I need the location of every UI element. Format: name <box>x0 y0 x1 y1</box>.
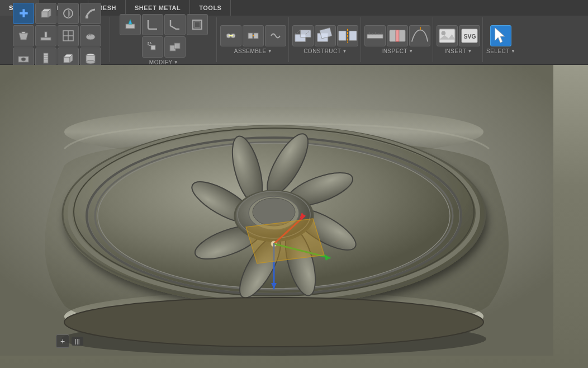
construct-arrow: ▼ <box>342 49 347 54</box>
svg-line-43 <box>295 30 300 35</box>
inspect-arrow: ▼ <box>409 49 413 54</box>
as-built-joint-button[interactable] <box>243 25 264 46</box>
chamfer-button[interactable] <box>164 14 186 35</box>
svg-rect-48 <box>349 31 357 40</box>
toolbar-group-insert: SVG INSERT ▼ <box>434 17 483 62</box>
press-pull-button[interactable] <box>120 14 141 35</box>
modify-arrow: ▼ <box>174 60 178 65</box>
revolve-button[interactable] <box>58 3 79 24</box>
canvas-area[interactable]: + ||| <box>0 65 588 368</box>
svg-rect-50 <box>367 34 383 39</box>
svg-rect-8 <box>45 32 47 37</box>
motion-link-button[interactable] <box>265 25 286 46</box>
new-component-button[interactable]: ✚ <box>13 3 34 24</box>
svg-rect-7 <box>41 37 51 40</box>
curvature-button[interactable] <box>409 25 430 46</box>
insert-arrow: ▼ <box>468 49 472 54</box>
loft-button[interactable] <box>13 25 34 46</box>
svg-marker-5 <box>19 33 28 40</box>
toolbar-group-inspect: INSPECT ▼ <box>362 17 433 62</box>
svg-rect-21 <box>64 57 70 63</box>
insert-label[interactable]: INSERT ▼ <box>444 48 472 54</box>
svg-text:SVG: SVG <box>464 34 476 40</box>
svg-rect-30 <box>195 22 200 27</box>
offset-plane-button[interactable] <box>292 25 314 46</box>
toolbar: ✚ <box>0 16 588 65</box>
svg-text:A: A <box>88 32 92 37</box>
svg-rect-29 <box>193 20 202 29</box>
svg-rect-27 <box>126 24 135 29</box>
toolbar-group-assemble: ASSEMBLE ▼ <box>218 17 289 62</box>
svg-rect-34 <box>174 43 180 49</box>
svg-rect-4 <box>86 16 88 18</box>
svg-marker-66 <box>495 28 505 43</box>
svg-rect-0 <box>41 12 48 17</box>
svg-point-15 <box>21 58 26 61</box>
interference-button[interactable] <box>387 25 408 46</box>
toolbar-group-modify: MODIFY ▼ <box>111 17 217 62</box>
select-button[interactable] <box>490 25 511 46</box>
insert-svg-button[interactable]: SVG <box>459 25 480 46</box>
svg-rect-38 <box>248 33 253 39</box>
measure-button[interactable] <box>364 25 386 46</box>
fillet-button[interactable] <box>142 14 163 35</box>
scale-button[interactable] <box>142 36 163 58</box>
inspect-label[interactable]: INSPECT ▼ <box>381 48 413 54</box>
shell-button[interactable] <box>187 14 208 35</box>
svg-rect-42 <box>300 30 311 37</box>
svg-point-26 <box>86 60 95 64</box>
svg-rect-47 <box>339 31 346 40</box>
insert-image-button[interactable] <box>437 25 458 46</box>
tab-tools[interactable]: TOOLS <box>190 0 231 16</box>
toolbar-group-construct: CONSTRUCT ▼ <box>290 17 361 62</box>
svg-rect-16 <box>44 53 48 63</box>
assemble-label[interactable]: ASSEMBLE ▼ <box>234 48 272 54</box>
rib-button[interactable] <box>35 25 56 46</box>
svg-rect-39 <box>254 33 258 39</box>
extrude-button[interactable] <box>35 3 56 24</box>
tab-sheet-metal[interactable]: SHEET METAL <box>126 0 190 16</box>
select-label[interactable]: SELECT ▼ <box>486 48 515 54</box>
plane-at-angle-button[interactable] <box>315 25 336 46</box>
toolbar-group-select: SELECT ▼ <box>484 17 518 62</box>
svg-rect-32 <box>148 43 151 45</box>
svg-rect-6 <box>22 32 25 34</box>
combine-button[interactable] <box>164 36 186 58</box>
svg-marker-98 <box>246 219 324 263</box>
select-arrow: ▼ <box>511 49 515 54</box>
midplane-button[interactable] <box>337 25 358 46</box>
svg-rect-46 <box>320 27 332 39</box>
zoom-in-button[interactable]: + <box>56 334 69 348</box>
svg-rect-31 <box>151 45 155 50</box>
svg-marker-28 <box>129 20 132 24</box>
web-button[interactable] <box>58 25 79 46</box>
zoom-control: + ||| <box>56 334 83 348</box>
emboss-button[interactable]: A <box>80 25 101 46</box>
zoom-level: ||| <box>72 337 83 346</box>
toolbar-group-create: ✚ <box>4 17 110 62</box>
svg-point-99 <box>64 298 483 347</box>
sweep-button[interactable] <box>80 3 101 24</box>
svg-rect-58 <box>396 30 399 42</box>
assemble-arrow: ▼ <box>268 49 272 54</box>
construct-label[interactable]: CONSTRUCT ▼ <box>304 48 347 54</box>
svg-point-61 <box>442 31 446 35</box>
joint-button[interactable] <box>220 25 241 46</box>
